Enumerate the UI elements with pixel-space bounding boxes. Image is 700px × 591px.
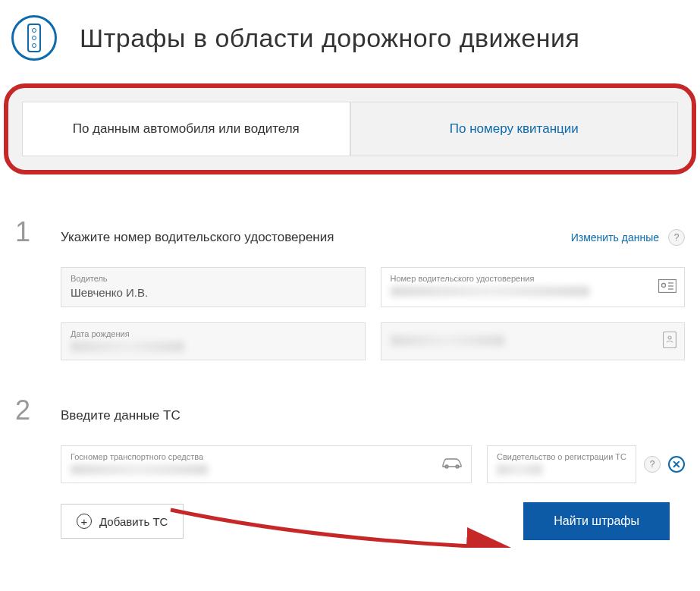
car-icon [441,457,463,472]
dob-value-blurred [71,341,184,352]
step1-section: 1 Укажите номер водительского удостовере… [0,205,700,383]
step2-section: 2 Введите данные ТС Госномер транспортно… [0,383,700,548]
driver-name-field[interactable]: Водитель Шевченко И.В. [61,267,366,307]
driver-label: Водитель [71,274,356,283]
document-icon [663,332,676,351]
extra-value-blurred [391,335,504,346]
page-title: Штрафы в области дорожного движения [80,24,579,53]
license-number-field[interactable]: Номер водительского удостоверения [381,267,686,307]
tabs-container: По данным автомобиля или водителя По ном… [22,102,678,156]
tab-by-receipt[interactable]: По номеру квитанции [350,102,679,156]
svg-point-6 [668,336,671,339]
add-vehicle-label: Добавить ТС [99,515,168,528]
tabs-highlight-frame: По данным автомобиля или водителя По ном… [4,83,696,174]
step1-title: Укажите номер водительского удостоверени… [61,230,545,245]
page-header: Штрафы в области дорожного движения [0,0,700,83]
cert-value-blurred [497,464,542,475]
svg-rect-5 [664,332,676,348]
step2-number: 2 [15,395,34,426]
svg-point-1 [662,283,666,287]
remove-vehicle-icon[interactable]: ✕ [668,456,685,473]
step1-number: 1 [15,216,34,248]
driver-value: Шевченко И.В. [71,286,356,299]
cert-field[interactable]: Свидетельство о регистрации ТС [487,445,636,483]
plate-label: Госномер транспортного средства [71,452,462,461]
svg-rect-0 [659,279,676,292]
dob-label: Дата рождения [71,329,356,338]
tab-by-vehicle[interactable]: По данным автомобиля или водителя [22,102,350,156]
traffic-light-icon [11,15,57,61]
find-fines-button[interactable]: Найти штрафы [523,502,670,540]
plate-field[interactable]: Госномер транспортного средства [61,445,472,483]
extra-field[interactable] [381,322,686,360]
step2-title: Введите данные ТС [61,408,685,423]
add-vehicle-button[interactable]: + Добавить ТС [61,504,184,539]
change-data-link[interactable]: Изменить данные [571,231,659,244]
license-label: Номер водительского удостоверения [391,274,676,283]
dob-field[interactable]: Дата рождения [61,322,366,360]
cert-label: Свидетельство о регистрации ТС [497,452,626,461]
plate-value-blurred [71,464,208,475]
license-value-blurred [391,286,590,297]
plus-icon: + [77,514,92,529]
cert-help-icon[interactable]: ? [644,456,661,473]
help-icon[interactable]: ? [668,229,685,246]
id-card-icon [658,279,676,296]
